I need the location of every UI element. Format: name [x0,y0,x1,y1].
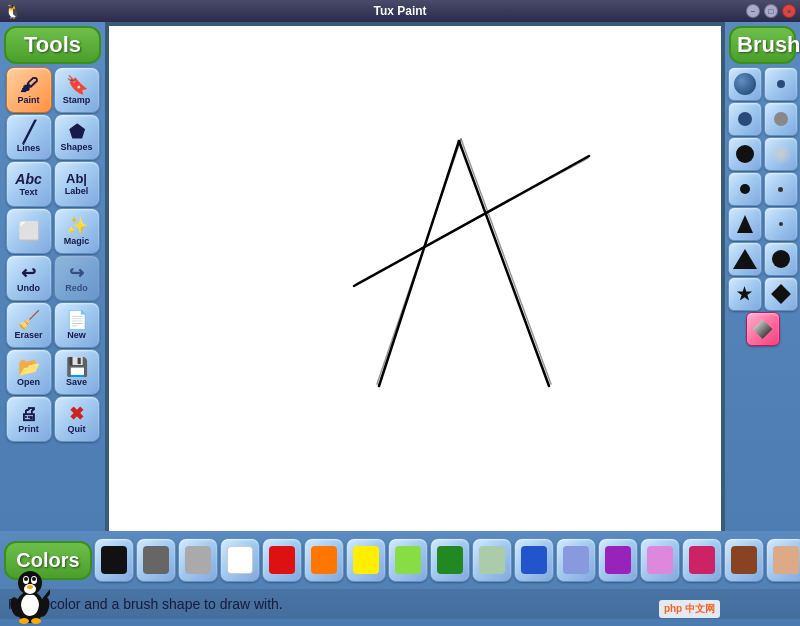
brush-btn-9[interactable] [728,207,762,241]
color-light-gray[interactable] [178,538,218,582]
color-swatch-green [437,546,463,574]
redo-button[interactable]: ↪ Redo [54,255,100,301]
brush-btn-3[interactable] [728,102,762,136]
color-dark-gray[interactable] [136,538,176,582]
brush-row-3 [727,137,798,171]
tools-row-4: ⬜ ✨ Magic [2,208,103,254]
color-peach[interactable] [766,538,800,582]
tools-row-7: 📂 Open 💾 Save [2,349,103,395]
tools-row-2: ╱ Lines ⬟ Shapes [2,114,103,160]
lines-icon: ╱ [23,122,35,142]
color-blue[interactable] [514,538,554,582]
save-button[interactable]: 💾 Save [54,349,100,395]
new-icon: 📄 [66,311,88,329]
tools-row-1: 🖌 Paint 🔖 Stamp [2,67,103,113]
color-white[interactable] [220,538,260,582]
minimize-button[interactable]: − [746,4,760,18]
brush-btn-10[interactable] [764,207,798,241]
tools-row-3: Abc Text Ab| Label [2,161,103,207]
color-swatch-black [101,546,127,574]
eraser-button[interactable]: 🧹 Eraser [6,302,52,348]
open-icon: 📂 [18,358,40,376]
svg-line-19 [44,589,50,599]
quit-button[interactable]: ✖ Quit [54,396,100,442]
new-button[interactable]: 📄 New [54,302,100,348]
brush-btn-14[interactable] [764,277,798,311]
print-button[interactable]: 🖨 Print [6,396,52,442]
php-logo: php 中文网 [659,600,720,618]
color-orange[interactable] [304,538,344,582]
color-mint[interactable] [472,538,512,582]
label-button[interactable]: Ab| Label [54,161,100,207]
brush-btn-4[interactable] [764,102,798,136]
brush-active-shape [753,319,773,339]
svg-point-12 [24,577,28,581]
shapes-button[interactable]: ⬟ Shapes [54,114,100,160]
brush-btn-active[interactable] [746,312,780,346]
paint-button[interactable]: 🖌 Paint [6,67,52,113]
brush-btn-5[interactable] [728,137,762,171]
color-brown[interactable] [724,538,764,582]
brush-row-7 [727,277,798,311]
brush-btn-12[interactable] [764,242,798,276]
lines-button[interactable]: ╱ Lines [6,114,52,160]
svg-line-1 [459,141,549,386]
brush-filled-circle [772,250,790,268]
brush-row-active [727,312,798,346]
redo-icon: ↪ [69,264,84,282]
color-yellow[interactable] [346,538,386,582]
open-button[interactable]: 📂 Open [6,349,52,395]
brush-btn-2[interactable] [764,67,798,101]
brush-dot-small [777,80,785,88]
brush-row-6 [727,242,798,276]
color-red[interactable] [262,538,302,582]
brush-circle-large [734,73,756,95]
brush-btn-13[interactable] [728,277,762,311]
brush-tiny-dot [778,187,783,192]
undo-icon: ↩ [21,264,36,282]
brush-btn-7[interactable] [728,172,762,206]
square-icon: ⬜ [18,222,40,240]
color-light-green[interactable] [388,538,428,582]
svg-point-13 [32,577,36,581]
color-purple[interactable] [598,538,638,582]
brush-triangle [733,249,757,269]
brushes-label: Brushes [729,26,796,64]
brush-btn-6[interactable] [764,137,798,171]
maximize-button[interactable]: □ [764,4,778,18]
text-button[interactable]: Abc Text [6,161,52,207]
undo-button[interactable]: ↩ Undo [6,255,52,301]
shapes-icon: ⬟ [69,123,85,141]
tux-mascot-area [0,566,60,626]
brush-row-4 [727,172,798,206]
quit-icon: ✖ [69,405,84,423]
brush-row-1 [727,67,798,101]
color-lavender[interactable] [640,538,680,582]
brush-star [737,286,753,302]
color-swatch-light-blue [563,546,589,574]
brush-btn-11[interactable] [728,242,762,276]
color-swatch-brown [731,546,757,574]
colors-row: Colors [0,531,800,589]
color-swatch-white [227,546,253,574]
magic-button[interactable]: ✨ Magic [54,208,100,254]
window-title: Tux Paint [373,4,426,18]
brush-btn-1[interactable] [728,67,762,101]
tools-row-6: 🧹 Eraser 📄 New [2,302,103,348]
brush-dot-gray [774,112,788,126]
close-button[interactable]: × [782,4,796,18]
color-pink[interactable] [682,538,722,582]
paint-icon: 🖌 [20,76,38,94]
color-light-blue[interactable] [556,538,596,582]
color-black[interactable] [94,538,134,582]
magic-square-button[interactable]: ⬜ [6,208,52,254]
color-swatch-light-gray [185,546,211,574]
stamp-button[interactable]: 🔖 Stamp [54,67,100,113]
brush-btn-8[interactable] [764,172,798,206]
tools-row-8: 🖨 Print ✖ Quit [2,396,103,442]
brush-arrow [737,215,753,233]
text-icon: Abc [15,172,41,186]
color-green[interactable] [430,538,470,582]
titlebar: 🐧 Tux Paint − □ × [0,0,800,22]
brush-dot-medium [738,112,752,126]
